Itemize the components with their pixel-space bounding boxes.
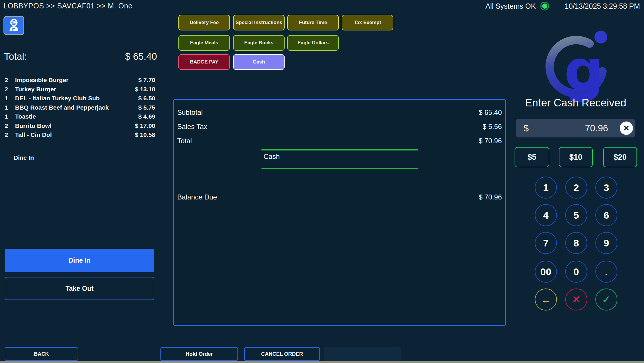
cancel-entry-button[interactable]: ✕ [565,288,587,311]
item-qty: 2 [5,85,15,94]
cash-amount-value: 70.96 [529,123,608,134]
quick-amount-20-button[interactable]: $20 [603,147,637,167]
item-price: $ 7.70 [138,75,155,85]
item-price: $ 13.18 [135,85,155,94]
keypad-9[interactable]: 9 [595,232,617,254]
tender-type-label[interactable]: Cash [264,153,280,161]
item-name: Turkey Burger [15,85,135,94]
hold-order-button[interactable]: Hold Order [160,347,238,361]
keypad-8[interactable]: 8 [565,232,587,254]
subtotal-label: Subtotal [177,108,203,117]
backspace-button[interactable]: ← [535,288,557,311]
disabled-action-button [324,347,401,361]
dine-in-button[interactable]: Dine In [5,249,154,272]
order-item-row[interactable]: 2 Turkey Burger $ 13.18 [0,85,162,94]
order-item-row[interactable]: 2 Impossible Burger $ 7.70 [0,75,162,85]
item-qty: 1 [5,94,15,103]
delivery-fee-button[interactable]: Delivery Fee [178,15,230,30]
status-ok-icon [540,2,549,10]
item-qty: 2 [5,121,15,130]
total-label: Total [177,137,192,145]
tax-exempt-button[interactable]: Tax Exempt [342,15,393,30]
item-price: $ 6.50 [138,94,155,103]
breadcrumb: LOBBYPOS >> SAVCAF01 >> M. One [3,2,132,10]
bottom-edge-strip [0,361,644,363]
sales-tax-value: $ 5.56 [482,123,502,131]
keypad-0[interactable]: 0 [565,261,587,283]
back-button[interactable]: BACK [5,347,78,361]
take-out-button[interactable]: Take Out [5,277,154,300]
order-item-row[interactable]: 1 DEL - Italian Turkey Club Sub $ 6.50 [0,94,162,103]
cash-entry-title: Enter Cash Received [508,97,643,109]
item-qty: 1 [5,103,15,112]
order-total-label: Total: [4,51,27,62]
order-total-value: $ 65.40 [125,51,157,62]
backspace-icon: ← [540,293,551,306]
cash-tender-button[interactable]: Cash [233,54,285,70]
eagle-meals-button[interactable]: Eagle Meals [178,35,230,51]
item-qty: 2 [5,75,15,85]
item-price: $ 5.75 [138,103,155,112]
cancel-order-button[interactable]: CANCEL ORDER [244,347,320,361]
item-name: DEL - Italian Turkey Club Sub [15,94,138,103]
cashier-button[interactable] [3,16,24,35]
future-time-button[interactable]: Future Time [287,15,339,30]
cash-amount-input[interactable]: $ 70.96 ✕ [516,119,635,137]
badge-pay-button[interactable]: BADGE PAY [178,54,230,70]
currency-symbol: $ [524,123,529,134]
keypad-2[interactable]: 2 [565,177,587,199]
tender-divider-bottom [261,168,418,169]
balance-due-label: Balance Due [177,193,217,201]
cancel-icon: ✕ [572,293,581,306]
item-price: $ 10.58 [135,130,155,139]
receipt-panel: Subtotal $ 65.40 Sales Tax $ 5.56 Total … [173,99,506,326]
item-price: $ 4.69 [138,112,155,121]
clear-input-button[interactable]: ✕ [620,121,633,135]
confirm-icon: ✓ [602,293,611,306]
order-item-row[interactable]: 2 Tall - Cin Dol $ 10.58 [0,130,162,139]
balance-due-value: $ 70.96 [479,193,502,201]
datetime: 10/13/2025 3:29:58 PM [565,2,640,10]
item-qty: 2 [5,130,15,139]
keypad-5[interactable]: 5 [565,204,587,226]
keypad-7[interactable]: 7 [535,232,557,254]
svg-text:g: g [564,38,604,103]
item-name: BBQ Roast Beef and Pepperjack [15,103,138,112]
order-item-row[interactable]: 1 Toastie $ 4.69 [0,112,162,121]
keypad-00[interactable]: 00 [535,261,557,283]
keypad-decimal[interactable]: . [595,261,617,283]
special-instructions-button[interactable]: Special Instructions [233,15,285,30]
sales-tax-label: Sales Tax [177,123,207,131]
item-price: $ 17.00 [135,121,155,130]
order-type-label: Dine In [14,154,34,161]
keypad-3[interactable]: 3 [595,177,617,199]
total-value: $ 70.96 [479,137,502,145]
tender-divider-top [261,149,418,150]
item-name: Toastie [15,112,138,121]
order-item-row[interactable]: 2 Burrito Bowl $ 17.00 [0,121,162,130]
keypad-6[interactable]: 6 [595,204,617,226]
item-qty: 1 [5,112,15,121]
quick-amount-5-button[interactable]: $5 [515,147,549,167]
subtotal-value: $ 65.40 [479,108,502,117]
clear-input-icon: ✕ [623,124,630,133]
status-label: All Systems OK [485,2,536,10]
item-name: Burrito Bowl [15,121,135,130]
item-name: Tall - Cin Dol [15,130,135,139]
eagle-dollars-button[interactable]: Eagle Dollars [287,35,339,51]
order-items-list: 2 Impossible Burger $ 7.70 2 Turkey Burg… [0,75,162,139]
quick-amount-10-button[interactable]: $10 [559,147,593,167]
keypad-1[interactable]: 1 [535,177,557,199]
system-status-bar: All Systems OK 10/13/2025 3:29:58 PM [485,2,640,10]
keypad-4[interactable]: 4 [535,204,557,226]
confirm-entry-button[interactable]: ✓ [595,288,617,311]
item-name: Impossible Burger [15,75,138,85]
cashier-icon [7,18,21,33]
eagle-bucks-button[interactable]: Eagle Bucks [233,35,285,51]
order-item-row[interactable]: 1 BBQ Roast Beef and Pepperjack $ 5.75 [0,103,162,112]
